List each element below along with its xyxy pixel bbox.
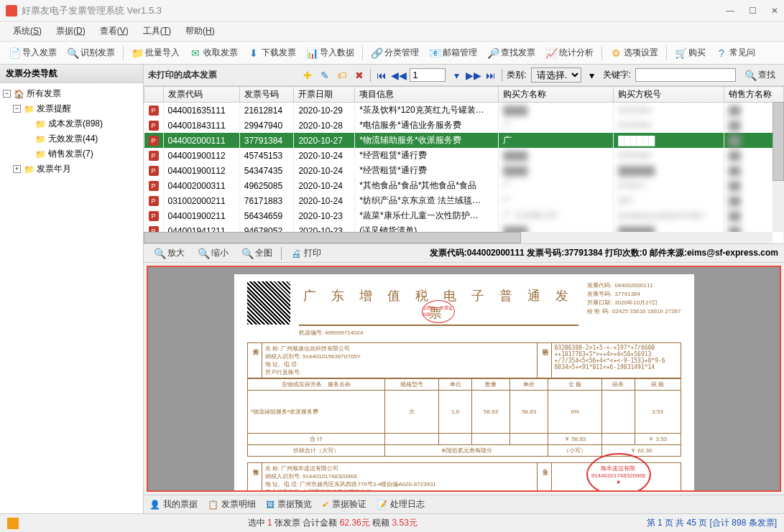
- list-title: 未打印的成本发票: [148, 69, 217, 81]
- tree-invalid[interactable]: 📁无效发票(44): [3, 131, 140, 146]
- keyword-label: 关键字:: [603, 69, 631, 81]
- tree-sales[interactable]: 📁销售发票(7): [3, 146, 140, 162]
- menu-view[interactable]: 查看(V): [94, 23, 134, 39]
- tree-reminder[interactable]: −📁发票提醒: [3, 101, 140, 116]
- folder-icon: 📁: [34, 118, 46, 130]
- first-page-icon[interactable]: ⏮: [375, 69, 388, 82]
- add-icon[interactable]: ✚: [301, 69, 314, 82]
- toolbar: 📄导入发票 🔍识别发票 📁批量导入 ✉收取发票 ⬇下载发票 📊导入数据 🔗分类管…: [0, 42, 784, 65]
- tb-recognize[interactable]: 🔍识别发票: [63, 45, 119, 61]
- status-pagination: 第 1 页 共 45 页 [合计 898 条发票]: [647, 517, 777, 529]
- expand-icon[interactable]: +: [13, 165, 21, 173]
- keyword-input[interactable]: [635, 68, 736, 82]
- tb-buy[interactable]: 🛒购买: [670, 45, 710, 61]
- tb-stats[interactable]: 📈统计分析: [541, 45, 598, 61]
- tb-receive[interactable]: ✉收取发票: [185, 45, 242, 61]
- maximize-icon[interactable]: ☐: [749, 6, 757, 16]
- pdf-icon: P: [149, 121, 159, 131]
- menu-ticket[interactable]: 票据(D): [50, 23, 91, 39]
- preview-pane[interactable]: 广 东 增 值 税 电 子 普 通 发 票 全国统一发票监制章 机器编号: 49…: [147, 266, 781, 492]
- table-row[interactable]: P 044001900112457451532020-10-24*经营租赁*通行…: [144, 148, 784, 163]
- col-buyer[interactable]: 购买方名称: [499, 87, 614, 103]
- print-button[interactable]: 🖨打印: [286, 245, 326, 261]
- folder-icon: 📁: [34, 149, 46, 160]
- tab-my[interactable]: 👤我的票据: [149, 498, 198, 510]
- col-date[interactable]: 开票日期: [294, 87, 355, 103]
- search-button[interactable]: 🔍查找: [740, 67, 780, 83]
- page-input[interactable]: [410, 68, 446, 82]
- tb-options[interactable]: ⚙选项设置: [606, 45, 663, 61]
- menu-tool[interactable]: 工具(T): [137, 23, 177, 39]
- category-select[interactable]: 请选择...: [531, 67, 581, 83]
- menu-help[interactable]: 帮助(H): [180, 23, 221, 39]
- zoomout-button[interactable]: 🔍缩小: [193, 245, 233, 261]
- folder-icon: 📁: [23, 103, 34, 115]
- table-row[interactable]: P 044001900112543474352020-10-24*经营租赁*通行…: [144, 163, 784, 178]
- sidebar: 发票分类导航 −🏠所有发票 −📁发票提醒 📁成本发票(898) 📁无效发票(44…: [0, 65, 144, 513]
- category-label: 类别:: [507, 69, 526, 81]
- bottom-tabs: 👤我的票据 📋发票明细 🖼票据预览 ✔票据验证 📝处理日志: [144, 495, 784, 513]
- status-selection: 选中 1 张发票 合计金额 62.36元 税额 3.53元: [19, 517, 647, 529]
- tab-preview[interactable]: 🖼票据预览: [266, 498, 312, 510]
- stamp-oval-icon: 全国统一发票监制章: [422, 300, 455, 323]
- next-page-icon[interactable]: ▶▶: [467, 69, 480, 82]
- tb-mailbox[interactable]: 📧邮箱管理: [425, 45, 481, 61]
- collapse-icon[interactable]: −: [3, 90, 11, 98]
- prev-page-icon[interactable]: ◀◀: [392, 69, 405, 82]
- pdf-icon: P: [149, 136, 159, 146]
- qrcode-icon: [247, 281, 290, 325]
- tb-faq[interactable]: ?常见问: [711, 45, 760, 61]
- fit-button[interactable]: 🔍全图: [237, 245, 277, 261]
- table-row[interactable]: P 031002000211761718832020-10-24*纺织产品*京东…: [144, 193, 784, 208]
- seal-stamp-icon: 顺丰速运有限91440101748320968★: [586, 453, 651, 492]
- col-buyer-tax[interactable]: 购买方税号: [614, 87, 724, 103]
- tb-importdata[interactable]: 📊导入数据: [302, 45, 359, 61]
- tb-import[interactable]: 📄导入发票: [4, 45, 61, 61]
- menu-system[interactable]: 系统(S): [7, 23, 47, 39]
- table-row[interactable]: P 044001843111299479402020-10-28*电信服务*通信…: [144, 118, 784, 133]
- vscrollbar[interactable]: [773, 102, 784, 232]
- table-row[interactable]: P 044001900211564346592020-10-23*蔬菜*康乐仕儿…: [144, 208, 784, 223]
- pdf-icon: P: [149, 166, 159, 176]
- zoomin-button[interactable]: 🔍放大: [149, 245, 189, 261]
- tab-log[interactable]: 📝处理日志: [377, 498, 425, 510]
- tb-download[interactable]: ⬇下载发票: [244, 45, 300, 61]
- collapse-icon[interactable]: −: [13, 105, 21, 113]
- col-seller[interactable]: 销售方名称: [724, 87, 783, 103]
- table-row[interactable]: P 044001635111216128142020-10-29*茶及饮料*12…: [144, 103, 784, 118]
- col-num[interactable]: 发票号码: [239, 87, 294, 103]
- preview-toolbar: 🔍放大 🔍缩小 🔍全图 🖨打印 发票代码:044002000111 发票号码:3…: [144, 244, 784, 263]
- tree-yearmonth[interactable]: +📁发票年月: [3, 162, 140, 177]
- col-project[interactable]: 项目信息: [355, 87, 499, 103]
- tag-icon[interactable]: 🏷: [336, 69, 349, 82]
- dropdown-icon[interactable]: ▾: [586, 69, 599, 82]
- invoice-grid[interactable]: 发票代码 发票号码 开票日期 项目信息 购买方名称 购买方税号 销售方名称 P …: [144, 86, 784, 244]
- minimize-icon[interactable]: —: [726, 6, 734, 16]
- pdf-icon: P: [149, 106, 159, 116]
- table-row[interactable]: P 044002000111377913842020-10-27*物流辅助服务*…: [144, 133, 784, 148]
- tb-category[interactable]: 🔗分类管理: [366, 45, 423, 61]
- folder-icon: 📁: [34, 134, 46, 145]
- delete-icon[interactable]: ✖: [353, 69, 366, 82]
- close-icon[interactable]: ✕: [771, 6, 778, 16]
- page-dropdown-icon[interactable]: ▾: [450, 69, 463, 82]
- status-icon: [7, 518, 19, 529]
- hscrollbar[interactable]: [144, 232, 773, 243]
- tree-cost[interactable]: 📁成本发票(898): [3, 116, 140, 131]
- tree-all[interactable]: −🏠所有发票: [3, 86, 140, 101]
- pdf-icon: P: [149, 211, 159, 221]
- tab-detail[interactable]: 📋发票明细: [208, 498, 256, 510]
- last-page-icon[interactable]: ⏭: [484, 69, 497, 82]
- table-row[interactable]: P 044002000311496250852020-10-24*其他食品*食品…: [144, 178, 784, 193]
- filter-bar: 未打印的成本发票 ✚ ✎ 🏷 ✖ ⏮ ◀◀ ▾ ▶▶ ⏭ 类别: 请选择... …: [144, 65, 784, 86]
- col-code[interactable]: 发票代码: [163, 87, 239, 103]
- statusbar: 选中 1 张发票 合计金额 62.36元 税额 3.53元 第 1 页 共 45…: [0, 513, 784, 532]
- tab-verify[interactable]: ✔票据验证: [322, 498, 366, 510]
- tb-batch[interactable]: 📁批量导入: [127, 45, 184, 61]
- pdf-icon: P: [149, 151, 159, 161]
- sidebar-header: 发票分类导航: [0, 65, 143, 83]
- app-icon: [6, 5, 17, 17]
- tb-find[interactable]: 🔎查找发票: [483, 45, 540, 61]
- menubar: 系统(S) 票据(D) 查看(V) 工具(T) 帮助(H): [0, 22, 784, 42]
- edit-icon[interactable]: ✎: [318, 69, 331, 82]
